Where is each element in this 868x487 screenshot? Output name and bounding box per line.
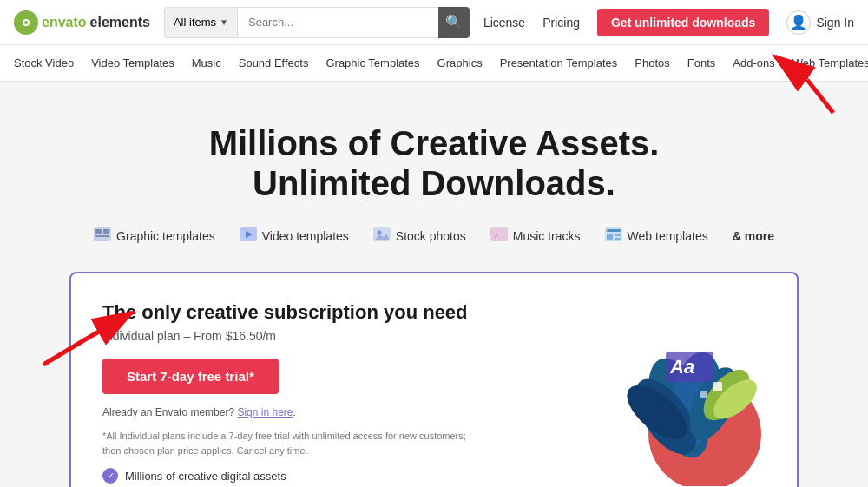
hero-line1: Millions of Creative Assets. xyxy=(209,124,660,162)
logo[interactable]: envatoelements xyxy=(14,10,150,35)
chevron-down-icon: ▼ xyxy=(220,17,228,27)
secondary-nav: Stock Video Video Templates Music Sound … xyxy=(0,45,868,82)
license-link[interactable]: License xyxy=(483,16,525,30)
promo-content: The only creative subscription you need … xyxy=(102,301,554,487)
svg-rect-15 xyxy=(607,234,613,240)
video-templates-label: Video templates xyxy=(262,229,349,243)
svg-text:Aa: Aa xyxy=(669,356,694,378)
promo-subtitle: Individual plan – From $16.50/m xyxy=(102,329,554,343)
hero-line2: Unlimited Downloads. xyxy=(253,164,615,202)
stock-photos-label: Stock photos xyxy=(396,229,466,243)
hero-heading: Millions of Creative Assets. Unlimited D… xyxy=(17,123,851,203)
nav-music[interactable]: Music xyxy=(192,53,221,73)
account-person-icon: 👤 xyxy=(790,14,807,30)
category-links: Graphic templates Video templates Stock … xyxy=(17,227,851,244)
nav-presentation-templates[interactable]: Presentation Templates xyxy=(500,53,618,73)
video-templates-icon xyxy=(240,227,257,244)
nav-addons[interactable]: Add-ons xyxy=(733,53,774,73)
nav-video-templates[interactable]: Video Templates xyxy=(91,53,174,73)
pricing-link[interactable]: Pricing xyxy=(542,16,580,30)
svg-text:♪: ♪ xyxy=(494,230,498,240)
stock-photos-icon xyxy=(373,227,391,244)
graphic-templates-label: Graphic templates xyxy=(116,229,215,243)
logo-elements: elements xyxy=(90,15,150,30)
music-tracks-label: Music tracks xyxy=(513,229,581,243)
search-input[interactable] xyxy=(237,7,438,38)
nav-fonts[interactable]: Fonts xyxy=(687,53,716,73)
promo-illustration: Aa xyxy=(592,321,766,486)
category-stock-photos[interactable]: Stock photos xyxy=(373,227,466,244)
search-area: All items ▼ 🔍 xyxy=(164,7,470,38)
sign-in-label: Sign In xyxy=(816,16,854,30)
feature-item-1: ✓ Millions of creative digital assets xyxy=(102,468,554,484)
music-tracks-icon: ♪ xyxy=(490,227,508,244)
promo-svg: Aa xyxy=(592,321,766,486)
web-templates-label: Web templates xyxy=(628,229,708,243)
svg-rect-17 xyxy=(615,238,621,240)
svg-rect-29 xyxy=(700,391,707,398)
svg-rect-5 xyxy=(103,229,109,234)
category-web-templates[interactable]: Web templates xyxy=(605,227,708,244)
check-icon-1: ✓ xyxy=(102,468,118,484)
and-more-link[interactable]: & more xyxy=(733,229,774,243)
member-text: Already an Envato member? Sign in here. xyxy=(102,406,554,418)
svg-rect-28 xyxy=(713,382,722,391)
svg-point-2 xyxy=(24,21,28,24)
svg-rect-4 xyxy=(95,229,102,234)
svg-rect-11 xyxy=(490,227,508,241)
features-list: ✓ Millions of creative digital assets ✓ … xyxy=(102,468,554,487)
svg-rect-16 xyxy=(615,234,621,236)
top-nav: envatoelements All items ▼ 🔍 License Pri… xyxy=(0,0,868,45)
svg-rect-14 xyxy=(607,229,621,232)
nav-sound-effects[interactable]: Sound Effects xyxy=(239,53,309,73)
category-music-tracks[interactable]: ♪ Music tracks xyxy=(490,227,581,244)
feature-label-1: Millions of creative digital assets xyxy=(125,470,286,483)
search-button[interactable]: 🔍 xyxy=(438,7,470,38)
graphic-templates-icon xyxy=(94,227,111,244)
category-graphic-templates[interactable]: Graphic templates xyxy=(94,227,215,244)
promo-section: The only creative subscription you need … xyxy=(0,272,868,487)
nav-graphic-templates[interactable]: Graphic Templates xyxy=(326,53,419,73)
get-unlimited-button[interactable]: Get unlimited downloads xyxy=(597,9,769,36)
hero-section: Millions of Creative Assets. Unlimited D… xyxy=(0,82,868,272)
category-video-templates[interactable]: Video templates xyxy=(240,227,349,244)
nav-graphics[interactable]: Graphics xyxy=(437,53,483,73)
sign-in-button[interactable]: 👤 Sign In xyxy=(786,10,854,35)
promo-heading: The only creative subscription you need xyxy=(102,301,554,324)
nav-stock-video[interactable]: Stock Video xyxy=(14,53,74,73)
nav-web-templates[interactable]: Web Templates xyxy=(792,53,868,73)
disclaimer-text: *All Individual plans include a 7-day fr… xyxy=(102,429,467,457)
web-templates-icon xyxy=(605,227,622,244)
nav-photos[interactable]: Photos xyxy=(635,53,669,73)
promo-card: The only creative subscription you need … xyxy=(69,272,799,487)
svg-rect-6 xyxy=(95,235,109,237)
all-items-label: All items xyxy=(174,16,216,29)
logo-icon xyxy=(14,10,38,35)
search-icon: 🔍 xyxy=(445,14,463,30)
svg-point-10 xyxy=(377,231,381,235)
sign-in-here-link[interactable]: Sign in here xyxy=(237,406,293,418)
trial-button[interactable]: Start 7-day free trial* xyxy=(102,359,279,394)
account-icon: 👤 xyxy=(786,10,811,35)
logo-envato: envato xyxy=(42,15,87,30)
nav-links: License Pricing Get unlimited downloads … xyxy=(483,9,854,36)
all-items-button[interactable]: All items ▼ xyxy=(164,7,237,38)
